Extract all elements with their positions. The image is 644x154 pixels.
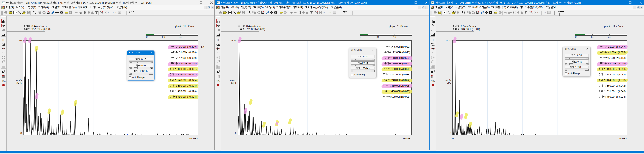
svg-text:4‰: 4‰ (216, 79, 220, 82)
svg-text:Cal: Cal (328, 11, 331, 14)
svg-text:0: 0 (575, 36, 576, 38)
svg-text:Cal: Cal (113, 11, 116, 14)
svg-text:H: H (217, 38, 219, 41)
svg-text:1.0: 1.0 (162, 36, 165, 38)
svg-text:H: H (432, 38, 434, 41)
svg-text:4‰: 4‰ (431, 79, 435, 82)
svg-text:2.0: 2.0 (608, 36, 611, 38)
svg-text:2.0: 2.0 (393, 36, 396, 38)
svg-text:1.0: 1.0 (376, 36, 378, 38)
svg-text:4‰: 4‰ (2, 79, 6, 82)
svg-text:1.0: 1.0 (591, 36, 594, 38)
svg-text:2.0: 2.0 (179, 36, 182, 38)
svg-text:λΣ: λΣ (322, 11, 325, 14)
svg-text:0: 0 (360, 36, 361, 38)
svg-text:λΣ: λΣ (108, 11, 111, 14)
svg-text:Cal: Cal (542, 11, 546, 14)
svg-text:H: H (2, 38, 4, 41)
svg-text:λΣ: λΣ (537, 11, 540, 14)
svg-text:0: 0 (146, 36, 148, 38)
